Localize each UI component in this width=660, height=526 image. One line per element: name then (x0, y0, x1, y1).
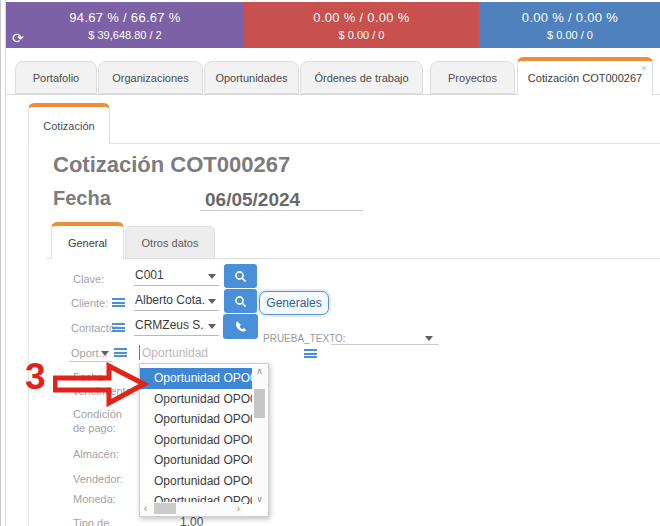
kpi-amount: $ 0.00 / 0 (547, 29, 593, 41)
cliente-select[interactable]: Alberto Cota... (134, 291, 219, 311)
dropdown-option[interactable]: Oportunidad OPO00 (140, 430, 254, 451)
chevron-down-icon (208, 299, 216, 304)
dropdown-option-selected[interactable]: Oportunidad OPO00 (140, 368, 254, 389)
dropdown-option[interactable]: Oportunidad OPO00 (140, 471, 254, 492)
scrollbar-thumb[interactable] (154, 503, 176, 514)
tipo-cambio-label: Tipo de (73, 517, 109, 526)
prueba-texto-menu-icon[interactable] (304, 349, 317, 358)
tab-cotizacion-cot000267-active[interactable]: Cotización COT000267 × (517, 57, 653, 95)
cliente-search-button[interactable] (224, 289, 257, 313)
kpi-segment-purple: 94.67 % / 66.67 % $ 39,648.80 / 2 (6, 2, 244, 48)
tab-oportunidades[interactable]: Oportunidades (204, 61, 299, 94)
oportunidad-menu-icon[interactable] (114, 348, 127, 357)
tab-organizaciones[interactable]: Organizaciones (98, 61, 203, 94)
text-cursor (139, 345, 140, 360)
prueba-texto-label: PRUEBA_TEXTO: (263, 333, 346, 344)
chevron-down-icon (208, 324, 216, 329)
generales-button[interactable]: Generales (259, 291, 329, 315)
subtab-otros-datos[interactable]: Otros datos (125, 226, 215, 259)
kpi-percent: 0.00 % / 0.00 % (313, 10, 409, 25)
tab-ordenes-de-trabajo[interactable]: Órdenes de trabajo (300, 61, 423, 94)
kpi-topbar: 94.67 % / 66.67 % $ 39,648.80 / 2 0.00 %… (6, 2, 660, 48)
dropdown-option[interactable]: Oportunidad OPO00 (140, 389, 254, 410)
kpi-percent: 94.67 % / 66.67 % (69, 10, 180, 25)
app-window: 94.67 % / 66.67 % $ 39,648.80 / 2 0.00 %… (0, 0, 660, 526)
clave-search-button[interactable] (224, 264, 257, 288)
tab-proyectos[interactable]: Proyectos (430, 61, 515, 94)
scroll-down-icon[interactable]: ∨ (256, 494, 263, 504)
tab-portafolio[interactable]: Portafolio (15, 61, 97, 94)
prueba-texto-caret-icon[interactable] (425, 336, 433, 341)
search-icon (234, 295, 247, 308)
contacto-menu-icon[interactable] (112, 323, 125, 332)
condicion-pago-label-line2: de pago: (73, 422, 116, 434)
kpi-percent: 0.00 % / 0.00 % (522, 10, 618, 25)
kpi-segment-blue: 0.00 % / 0.00 % $ 0.00 / 0 (479, 2, 660, 48)
cliente-label: Cliente: (71, 297, 108, 309)
kpi-segment-red: 0.00 % / 0.00 % $ 0.00 / 0 (244, 2, 479, 48)
vendedor-label: Vendedor: (73, 473, 123, 485)
kpi-amount: $ 39,648.80 / 2 (88, 29, 161, 41)
page-title: Cotización COT000267 (53, 152, 290, 178)
oportunidad-dropdown-list: Oportunidad OPO00 Oportunidad OPO00 Opor… (139, 363, 269, 517)
scroll-right-icon[interactable]: › (237, 503, 240, 514)
tab-cotizacion-inner[interactable]: Cotización (28, 103, 110, 144)
clave-value: C001 (135, 268, 164, 282)
moneda-label: Moneda: (73, 493, 116, 505)
date-input-underline (200, 210, 363, 211)
search-icon (234, 270, 247, 283)
date-value[interactable]: 06/05/2024 (205, 189, 300, 211)
condicion-pago-label-line1: Condición (73, 408, 122, 420)
almacen-label: Almacén: (73, 448, 119, 460)
vertical-scrollbar[interactable]: ∧ ∨ (252, 366, 267, 504)
annotation-number: 3 (25, 356, 46, 398)
tab-label: Cotización COT000267 (528, 72, 642, 84)
subtab-general[interactable]: General (51, 222, 124, 259)
phone-icon (234, 320, 248, 334)
date-label: Fecha (53, 187, 111, 210)
oportunidad-input[interactable]: Oportunidad (139, 344, 251, 362)
contacto-select[interactable]: CRMZeus S... (134, 316, 219, 336)
kpi-amount: $ 0.00 / 0 (339, 29, 385, 41)
scroll-up-icon[interactable]: ∧ (256, 366, 263, 376)
prueba-texto-underline (331, 344, 439, 345)
cliente-value: Alberto Cota... (135, 293, 205, 307)
scroll-left-icon[interactable]: ‹ (144, 503, 147, 514)
clave-label: Clave: (73, 273, 104, 285)
dropdown-items: Oportunidad OPO00 Oportunidad OPO00 Opor… (140, 368, 254, 504)
annotation-arrow-icon (53, 362, 149, 407)
oportunidad-placeholder: Oportunidad (142, 346, 208, 360)
dropdown-option[interactable]: Oportunidad OPO00 (140, 409, 254, 430)
contacto-phone-button[interactable] (223, 314, 258, 339)
horizontal-scrollbar[interactable]: ‹ › (141, 502, 243, 515)
dropdown-option[interactable]: Oportunidad OPO00 (140, 450, 254, 471)
contacto-value: CRMZeus S... (135, 318, 205, 332)
chevron-down-icon (208, 274, 216, 279)
refresh-icon[interactable]: ⟳ (12, 31, 24, 45)
close-icon[interactable]: × (641, 62, 647, 74)
oportunidad-label-caret-icon (101, 351, 109, 356)
window-left-border (5, 0, 6, 526)
scrollbar-thumb[interactable] (254, 389, 265, 418)
clave-select[interactable]: C001 (134, 266, 219, 286)
cliente-menu-icon[interactable] (112, 298, 125, 307)
